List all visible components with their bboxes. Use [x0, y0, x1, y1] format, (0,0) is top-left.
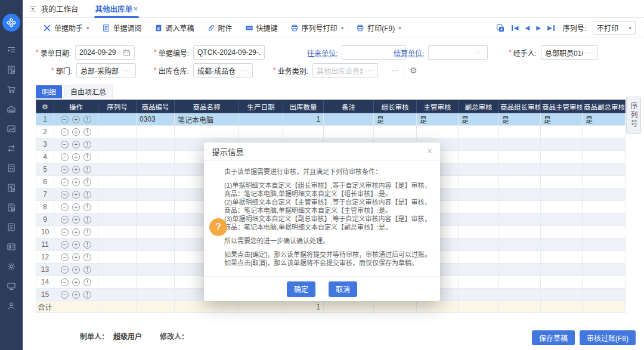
- row-add-icon[interactable]: +: [72, 141, 80, 148]
- grid-cell[interactable]: [583, 176, 626, 188]
- row-info-icon[interactable]: !: [83, 166, 91, 174]
- field-r2-2-input[interactable]: 其他出库业务类别···: [312, 63, 378, 78]
- cancel-button[interactable]: 取消: [329, 281, 357, 297]
- grid-cell[interactable]: [98, 113, 137, 126]
- grid-cell[interactable]: [541, 213, 583, 226]
- grid-cell[interactable]: 0303: [137, 113, 175, 126]
- grid-cell[interactable]: [583, 239, 626, 251]
- transfer-arrows-icon[interactable]: [0, 138, 23, 158]
- col-header[interactable]: 主管审核: [417, 100, 459, 113]
- field-r2-1-input[interactable]: 成都-成品仓···: [193, 63, 253, 78]
- grid-cell[interactable]: [98, 126, 137, 138]
- col-header[interactable]: 商品组长审核: [499, 100, 541, 113]
- grid-cell[interactable]: [541, 251, 583, 264]
- grid-cell[interactable]: [541, 239, 583, 251]
- grid-cell[interactable]: [541, 264, 583, 276]
- grid-cell[interactable]: [541, 276, 583, 289]
- cart-icon[interactable]: [0, 79, 23, 99]
- grid-cell[interactable]: [137, 188, 175, 201]
- invoice-check-2-icon[interactable]: [0, 178, 23, 197]
- monitor-icon[interactable]: [0, 276, 23, 296]
- grid-cell[interactable]: [137, 126, 175, 138]
- grid-cell[interactable]: [137, 138, 175, 151]
- row-minus-icon[interactable]: −: [61, 191, 69, 199]
- tab-list-icon[interactable]: [29, 5, 37, 13]
- grid-cell[interactable]: [499, 176, 541, 188]
- grid-cell[interactable]: [98, 188, 137, 201]
- grid-cell[interactable]: [137, 201, 175, 213]
- toolbar-item-doc-review[interactable]: 单据调阅: [102, 23, 142, 33]
- grid-cell[interactable]: [583, 201, 626, 213]
- grid-cell[interactable]: [417, 126, 459, 138]
- grid-cell[interactable]: [499, 289, 541, 301]
- row-info-icon[interactable]: !: [83, 141, 91, 148]
- grid-cell[interactable]: [98, 201, 137, 213]
- grid-cell[interactable]: [374, 126, 417, 138]
- field-r1-2-label[interactable]: 往来单位:: [307, 48, 338, 58]
- grid-cell[interactable]: [137, 264, 175, 276]
- grid-cell[interactable]: [499, 226, 541, 239]
- grid-cell[interactable]: 笔记本电脑: [175, 113, 239, 126]
- grid-cell[interactable]: [239, 113, 283, 126]
- grid-cell[interactable]: [459, 239, 499, 251]
- grid-cell[interactable]: [541, 126, 583, 138]
- field-r1-3-input[interactable]: ···: [428, 45, 488, 60]
- grid-cell[interactable]: [324, 126, 374, 138]
- grid-cell[interactable]: [583, 264, 626, 276]
- grid-cell[interactable]: [459, 188, 499, 201]
- grid-cell[interactable]: [499, 201, 541, 213]
- grid-cell[interactable]: [499, 163, 541, 176]
- grid-cell[interactable]: [541, 289, 583, 301]
- tab-free-item-summary[interactable]: 自由项汇总: [64, 85, 113, 98]
- row-info-icon[interactable]: !: [83, 203, 91, 211]
- grid-cell[interactable]: [98, 239, 137, 251]
- grid-cell[interactable]: [239, 126, 283, 138]
- row-minus-icon[interactable]: −: [61, 266, 69, 274]
- grid-cell[interactable]: [98, 226, 137, 239]
- grid-cell[interactable]: [137, 226, 175, 239]
- grid-cell[interactable]: 是: [499, 113, 541, 126]
- row-minus-icon[interactable]: −: [61, 241, 69, 249]
- grid-cell[interactable]: [459, 126, 499, 138]
- grid-cell[interactable]: [541, 163, 583, 176]
- row-info-icon[interactable]: !: [83, 153, 91, 161]
- grid-cell[interactable]: [499, 239, 541, 251]
- grid-cell[interactable]: [175, 126, 239, 138]
- grid-cell[interactable]: [98, 151, 137, 163]
- close-tab-icon[interactable]: ×: [134, 5, 138, 13]
- row-add-icon[interactable]: +: [72, 253, 80, 261]
- invoice-check-3-icon[interactable]: [0, 197, 23, 217]
- row-info-icon[interactable]: !: [83, 178, 91, 186]
- grid-cell[interactable]: 是: [374, 113, 417, 126]
- grid-cell[interactable]: 是: [541, 113, 583, 126]
- row-add-icon[interactable]: +: [72, 191, 80, 199]
- grid-cell[interactable]: [137, 176, 175, 188]
- grid-cell[interactable]: [137, 213, 175, 226]
- row-info-icon[interactable]: !: [83, 128, 91, 136]
- row-minus-icon[interactable]: −: [61, 153, 69, 161]
- row-minus-icon[interactable]: −: [61, 203, 69, 211]
- invoice-list-icon[interactable]: [0, 217, 23, 237]
- grid-cell[interactable]: [583, 163, 626, 176]
- row-info-icon[interactable]: !: [83, 291, 91, 299]
- grid-cell[interactable]: [98, 276, 137, 289]
- field-r1-1-input[interactable]: QTCK-2024-09-29-...: [193, 45, 265, 60]
- grid-cell[interactable]: [459, 226, 499, 239]
- field-r1-4-input[interactable]: 总部职员0101···: [541, 45, 598, 60]
- row-info-icon[interactable]: !: [83, 253, 91, 261]
- grid-cell[interactable]: [98, 251, 137, 264]
- calculator-icon[interactable]: [0, 158, 23, 178]
- grid-cell[interactable]: [98, 289, 137, 301]
- grid-cell[interactable]: [283, 126, 324, 138]
- grid-cell[interactable]: [459, 213, 499, 226]
- row-add-icon[interactable]: +: [72, 153, 80, 161]
- grid-cell[interactable]: [583, 213, 626, 226]
- ok-button[interactable]: 确定: [287, 281, 315, 297]
- grid-cell[interactable]: 是: [459, 113, 499, 126]
- lookup-ellipsis-icon[interactable]: ···: [240, 66, 249, 75]
- grid-cell[interactable]: [583, 126, 626, 138]
- grid-cell[interactable]: [499, 213, 541, 226]
- grid-cell[interactable]: [98, 138, 137, 151]
- grid-cell[interactable]: [459, 138, 499, 151]
- more-ellipsis-icon[interactable]: ···: [391, 66, 398, 75]
